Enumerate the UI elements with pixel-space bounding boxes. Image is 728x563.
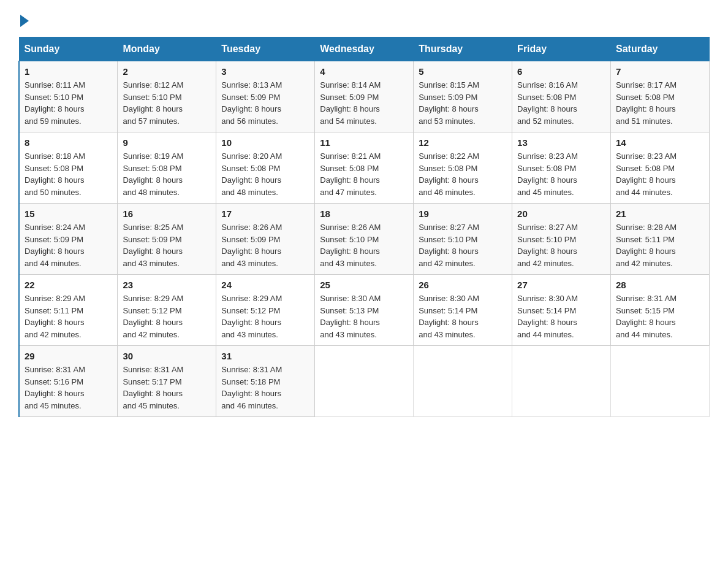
- day-number: 25: [320, 280, 408, 290]
- page-header: [18, 12, 710, 25]
- calendar-cell: 7Sunrise: 8:17 AMSunset: 5:08 PMDaylight…: [611, 61, 710, 132]
- day-info: Sunrise: 8:30 AMSunset: 5:13 PMDaylight:…: [320, 293, 408, 340]
- day-info: Sunrise: 8:24 AMSunset: 5:09 PMDaylight:…: [25, 221, 112, 269]
- day-number: 12: [419, 137, 507, 148]
- day-number: 17: [221, 209, 309, 219]
- calendar-header-row: SundayMondayTuesdayWednesdayThursdayFrid…: [19, 37, 710, 61]
- calendar-cell: [512, 346, 611, 417]
- day-number: 5: [419, 66, 507, 77]
- day-info: Sunrise: 8:31 AMSunset: 5:15 PMDaylight:…: [616, 293, 704, 340]
- day-number: 15: [25, 209, 112, 219]
- calendar-cell: 5Sunrise: 8:15 AMSunset: 5:09 PMDaylight…: [414, 61, 512, 132]
- calendar-cell: 21Sunrise: 8:28 AMSunset: 5:11 PMDayligh…: [611, 204, 710, 275]
- day-info: Sunrise: 8:31 AMSunset: 5:17 PMDaylight:…: [123, 364, 211, 412]
- calendar-cell: 15Sunrise: 8:24 AMSunset: 5:09 PMDayligh…: [19, 204, 118, 275]
- day-info: Sunrise: 8:21 AMSunset: 5:08 PMDaylight:…: [320, 150, 408, 198]
- week-row-3: 15Sunrise: 8:24 AMSunset: 5:09 PMDayligh…: [19, 204, 710, 275]
- day-number: 16: [123, 209, 211, 219]
- day-number: 19: [419, 209, 507, 219]
- calendar-cell: 20Sunrise: 8:27 AMSunset: 5:10 PMDayligh…: [512, 204, 611, 275]
- header-sunday: Sunday: [19, 37, 118, 61]
- day-info: Sunrise: 8:31 AMSunset: 5:18 PMDaylight:…: [221, 364, 309, 412]
- day-info: Sunrise: 8:18 AMSunset: 5:08 PMDaylight:…: [25, 150, 112, 198]
- calendar-cell: 16Sunrise: 8:25 AMSunset: 5:09 PMDayligh…: [118, 204, 216, 275]
- calendar-cell: 26Sunrise: 8:30 AMSunset: 5:14 PMDayligh…: [414, 275, 512, 346]
- day-info: Sunrise: 8:30 AMSunset: 5:14 PMDaylight:…: [419, 293, 507, 340]
- day-info: Sunrise: 8:29 AMSunset: 5:11 PMDaylight:…: [25, 293, 112, 340]
- calendar-cell: 13Sunrise: 8:23 AMSunset: 5:08 PMDayligh…: [512, 132, 611, 204]
- day-number: 6: [517, 66, 605, 77]
- calendar-cell: 2Sunrise: 8:12 AMSunset: 5:10 PMDaylight…: [118, 61, 216, 132]
- day-info: Sunrise: 8:29 AMSunset: 5:12 PMDaylight:…: [123, 293, 211, 340]
- calendar-cell: 11Sunrise: 8:21 AMSunset: 5:08 PMDayligh…: [315, 132, 414, 204]
- day-info: Sunrise: 8:29 AMSunset: 5:12 PMDaylight:…: [221, 293, 309, 340]
- day-info: Sunrise: 8:12 AMSunset: 5:10 PMDaylight:…: [123, 79, 211, 127]
- day-info: Sunrise: 8:17 AMSunset: 5:08 PMDaylight:…: [616, 79, 704, 127]
- day-info: Sunrise: 8:31 AMSunset: 5:16 PMDaylight:…: [25, 364, 112, 412]
- day-number: 9: [123, 137, 211, 148]
- calendar-cell: [414, 346, 512, 417]
- day-number: 21: [616, 209, 704, 219]
- day-info: Sunrise: 8:27 AMSunset: 5:10 PMDaylight:…: [517, 221, 605, 269]
- day-number: 14: [616, 137, 704, 148]
- day-number: 30: [123, 351, 211, 361]
- day-number: 20: [517, 209, 605, 219]
- day-number: 11: [320, 137, 408, 148]
- week-row-5: 29Sunrise: 8:31 AMSunset: 5:16 PMDayligh…: [19, 346, 710, 417]
- calendar-cell: 28Sunrise: 8:31 AMSunset: 5:15 PMDayligh…: [611, 275, 710, 346]
- day-number: 23: [123, 280, 211, 290]
- calendar-cell: [611, 346, 710, 417]
- header-wednesday: Wednesday: [315, 37, 414, 61]
- calendar-cell: 23Sunrise: 8:29 AMSunset: 5:12 PMDayligh…: [118, 275, 216, 346]
- calendar-cell: 19Sunrise: 8:27 AMSunset: 5:10 PMDayligh…: [414, 204, 512, 275]
- calendar-cell: 27Sunrise: 8:30 AMSunset: 5:14 PMDayligh…: [512, 275, 611, 346]
- day-number: 8: [25, 137, 112, 148]
- calendar-cell: 17Sunrise: 8:26 AMSunset: 5:09 PMDayligh…: [216, 204, 315, 275]
- calendar-cell: 12Sunrise: 8:22 AMSunset: 5:08 PMDayligh…: [414, 132, 512, 204]
- header-saturday: Saturday: [611, 37, 710, 61]
- calendar-cell: 3Sunrise: 8:13 AMSunset: 5:09 PMDaylight…: [216, 61, 315, 132]
- day-info: Sunrise: 8:25 AMSunset: 5:09 PMDaylight:…: [123, 221, 211, 269]
- logo-arrow-icon: [20, 15, 29, 27]
- day-info: Sunrise: 8:13 AMSunset: 5:09 PMDaylight:…: [221, 79, 309, 127]
- day-number: 28: [616, 280, 704, 290]
- week-row-2: 8Sunrise: 8:18 AMSunset: 5:08 PMDaylight…: [19, 132, 710, 204]
- day-info: Sunrise: 8:11 AMSunset: 5:10 PMDaylight:…: [25, 79, 112, 127]
- day-info: Sunrise: 8:23 AMSunset: 5:08 PMDaylight:…: [616, 150, 704, 198]
- day-number: 22: [25, 280, 112, 290]
- calendar-cell: 10Sunrise: 8:20 AMSunset: 5:08 PMDayligh…: [216, 132, 315, 204]
- header-friday: Friday: [512, 37, 611, 61]
- calendar-cell: 8Sunrise: 8:18 AMSunset: 5:08 PMDaylight…: [19, 132, 118, 204]
- day-info: Sunrise: 8:26 AMSunset: 5:10 PMDaylight:…: [320, 221, 408, 269]
- day-number: 7: [616, 66, 704, 77]
- calendar-cell: 6Sunrise: 8:16 AMSunset: 5:08 PMDaylight…: [512, 61, 611, 132]
- day-number: 31: [221, 351, 309, 361]
- calendar-cell: 30Sunrise: 8:31 AMSunset: 5:17 PMDayligh…: [118, 346, 216, 417]
- day-number: 2: [123, 66, 211, 77]
- calendar-cell: 9Sunrise: 8:19 AMSunset: 5:08 PMDaylight…: [118, 132, 216, 204]
- day-number: 26: [419, 280, 507, 290]
- week-row-1: 1Sunrise: 8:11 AMSunset: 5:10 PMDaylight…: [19, 61, 710, 132]
- logo: [18, 12, 29, 25]
- calendar-cell: 29Sunrise: 8:31 AMSunset: 5:16 PMDayligh…: [19, 346, 118, 417]
- calendar-table: SundayMondayTuesdayWednesdayThursdayFrid…: [18, 37, 710, 417]
- calendar-cell: 18Sunrise: 8:26 AMSunset: 5:10 PMDayligh…: [315, 204, 414, 275]
- calendar-cell: [315, 346, 414, 417]
- header-tuesday: Tuesday: [216, 37, 315, 61]
- week-row-4: 22Sunrise: 8:29 AMSunset: 5:11 PMDayligh…: [19, 275, 710, 346]
- day-number: 1: [25, 66, 112, 77]
- day-info: Sunrise: 8:26 AMSunset: 5:09 PMDaylight:…: [221, 221, 309, 269]
- header-monday: Monday: [118, 37, 216, 61]
- day-info: Sunrise: 8:22 AMSunset: 5:08 PMDaylight:…: [419, 150, 507, 198]
- day-number: 24: [221, 280, 309, 290]
- calendar-cell: 24Sunrise: 8:29 AMSunset: 5:12 PMDayligh…: [216, 275, 315, 346]
- day-number: 13: [517, 137, 605, 148]
- calendar-cell: 25Sunrise: 8:30 AMSunset: 5:13 PMDayligh…: [315, 275, 414, 346]
- day-info: Sunrise: 8:28 AMSunset: 5:11 PMDaylight:…: [616, 221, 704, 269]
- day-number: 3: [221, 66, 309, 77]
- calendar-cell: 22Sunrise: 8:29 AMSunset: 5:11 PMDayligh…: [19, 275, 118, 346]
- day-info: Sunrise: 8:15 AMSunset: 5:09 PMDaylight:…: [419, 79, 507, 127]
- calendar-cell: 31Sunrise: 8:31 AMSunset: 5:18 PMDayligh…: [216, 346, 315, 417]
- day-number: 18: [320, 209, 408, 219]
- day-info: Sunrise: 8:20 AMSunset: 5:08 PMDaylight:…: [221, 150, 309, 198]
